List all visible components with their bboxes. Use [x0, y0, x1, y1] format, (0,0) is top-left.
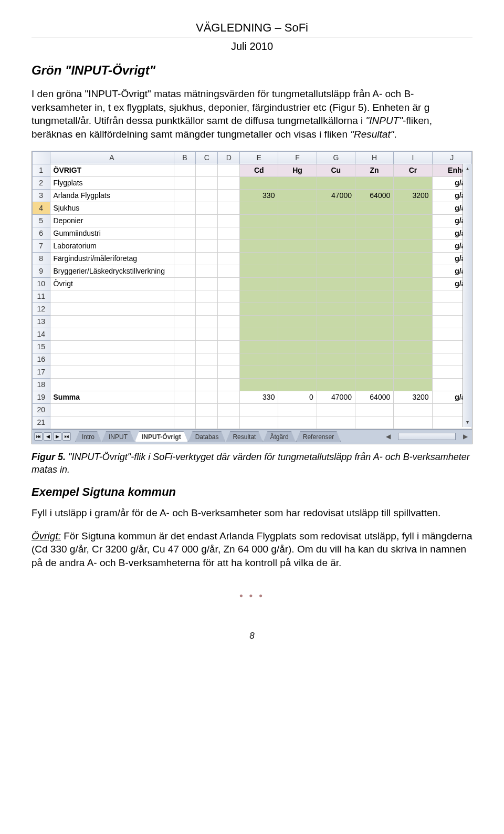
cell[interactable]: Flygplats [50, 176, 174, 189]
cell[interactable] [196, 416, 218, 429]
cell[interactable] [196, 328, 218, 340]
vertical-scrollbar[interactable]: ▴ ▾ [463, 164, 472, 427]
tab-nav-last-icon[interactable]: ⏭ [62, 432, 71, 441]
cell[interactable] [50, 353, 174, 366]
cell[interactable]: Laboratorium [50, 239, 174, 252]
row-number[interactable]: 15 [33, 340, 50, 353]
col-header[interactable]: F [278, 151, 317, 164]
cell[interactable] [278, 176, 317, 189]
cell[interactable] [240, 277, 278, 290]
sheet-tab[interactable]: INPUT-Övrigt [135, 431, 188, 442]
cell[interactable] [394, 239, 432, 252]
cell[interactable] [218, 265, 240, 277]
cell[interactable] [394, 265, 432, 277]
cell[interactable] [218, 227, 240, 239]
cell[interactable] [240, 227, 278, 239]
cell[interactable]: 330 [240, 189, 278, 202]
scroll-down-icon[interactable]: ▾ [463, 418, 472, 427]
cell[interactable]: 0 [278, 391, 317, 403]
col-header[interactable]: D [218, 151, 240, 164]
cell[interactable] [240, 239, 278, 252]
cell[interactable] [196, 227, 218, 239]
row-number[interactable]: 2 [33, 176, 50, 189]
cell[interactable] [278, 328, 317, 340]
cell[interactable] [394, 328, 432, 340]
cell[interactable] [317, 303, 355, 315]
cell[interactable] [240, 366, 278, 378]
cell[interactable] [278, 353, 317, 366]
cell[interactable] [174, 403, 196, 416]
row-number[interactable]: 14 [33, 328, 50, 340]
cell[interactable] [278, 277, 317, 290]
cell[interactable] [355, 227, 393, 239]
row-number[interactable]: 20 [33, 403, 50, 416]
row-number[interactable]: 18 [33, 378, 50, 391]
cell[interactable] [174, 391, 196, 403]
cell[interactable] [240, 403, 278, 416]
cell[interactable]: Summa [50, 391, 174, 403]
cell[interactable] [394, 252, 432, 265]
cell[interactable]: Gummiindustri [50, 227, 174, 239]
cell[interactable] [50, 303, 174, 315]
cell[interactable] [196, 189, 218, 202]
cell[interactable] [174, 239, 196, 252]
row-number[interactable]: 5 [33, 214, 50, 227]
col-header[interactable]: B [174, 151, 196, 164]
cell[interactable] [240, 416, 278, 429]
cell[interactable] [218, 189, 240, 202]
col-header[interactable]: A [50, 151, 174, 164]
cell[interactable] [174, 328, 196, 340]
cell[interactable] [174, 277, 196, 290]
cell[interactable] [218, 277, 240, 290]
cell[interactable] [240, 265, 278, 277]
row-number[interactable]: 11 [33, 290, 50, 303]
cell[interactable] [317, 353, 355, 366]
cell[interactable] [394, 366, 432, 378]
cell[interactable] [218, 378, 240, 391]
cell[interactable]: Cd [240, 164, 278, 176]
cell[interactable] [278, 227, 317, 239]
cell[interactable] [394, 378, 432, 391]
col-header[interactable]: H [355, 151, 393, 164]
cell[interactable] [317, 290, 355, 303]
cell[interactable] [218, 366, 240, 378]
cell[interactable]: 3200 [394, 391, 432, 403]
cell[interactable] [218, 252, 240, 265]
cell[interactable] [196, 391, 218, 403]
cell[interactable] [394, 176, 432, 189]
cell[interactable] [196, 239, 218, 252]
row-number[interactable]: 10 [33, 277, 50, 290]
cell[interactable] [218, 202, 240, 214]
cell[interactable] [50, 328, 174, 340]
cell[interactable] [196, 202, 218, 214]
sheet-tab[interactable]: INPUT [102, 431, 134, 442]
cell[interactable]: 47000 [317, 391, 355, 403]
scroll-up-icon[interactable]: ▴ [463, 164, 472, 173]
cell[interactable] [174, 353, 196, 366]
cell[interactable] [218, 164, 240, 176]
cell[interactable] [218, 214, 240, 227]
cell[interactable] [394, 227, 432, 239]
cell[interactable] [218, 328, 240, 340]
cell[interactable] [174, 303, 196, 315]
cell[interactable] [278, 315, 317, 328]
cell[interactable] [50, 366, 174, 378]
cell[interactable] [196, 265, 218, 277]
cell[interactable] [355, 340, 393, 353]
col-header[interactable]: C [196, 151, 218, 164]
cell[interactable] [278, 340, 317, 353]
cell[interactable] [196, 277, 218, 290]
cell[interactable] [218, 290, 240, 303]
cell[interactable] [355, 353, 393, 366]
row-number[interactable]: 19 [33, 391, 50, 403]
cell[interactable] [196, 366, 218, 378]
cell[interactable] [240, 214, 278, 227]
cell[interactable] [394, 202, 432, 214]
cell[interactable] [196, 252, 218, 265]
cell[interactable] [218, 391, 240, 403]
cell[interactable]: Bryggerier/Läskedryckstillverkning [50, 265, 174, 277]
tab-nav-prev-icon[interactable]: ◀ [44, 432, 52, 441]
cell[interactable] [196, 378, 218, 391]
tab-nav-next-icon[interactable]: ▶ [53, 432, 61, 441]
cell[interactable] [317, 252, 355, 265]
